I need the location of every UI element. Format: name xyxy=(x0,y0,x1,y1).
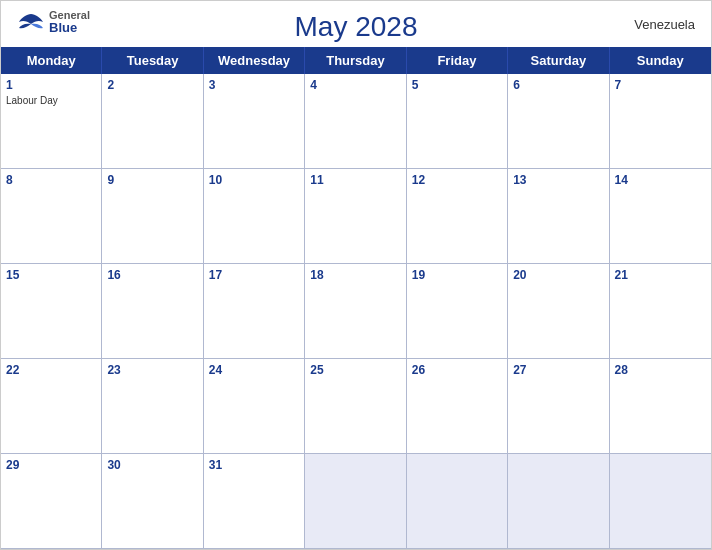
day-cell: 3 xyxy=(204,74,305,169)
day-cell: 11 xyxy=(305,169,406,264)
logo-blue-text: Blue xyxy=(49,21,90,35)
day-number: 17 xyxy=(209,267,299,284)
day-cell: 14 xyxy=(610,169,711,264)
day-cell: 6 xyxy=(508,74,609,169)
day-number: 19 xyxy=(412,267,502,284)
day-number: 31 xyxy=(209,457,299,474)
logo: General Blue xyxy=(17,9,90,35)
day-cell: 16 xyxy=(102,264,203,359)
day-header-sunday: Sunday xyxy=(610,47,711,74)
day-cell: 23 xyxy=(102,359,203,454)
logo-bird-icon xyxy=(17,12,45,32)
day-cell: 19 xyxy=(407,264,508,359)
day-cell: 31 xyxy=(204,454,305,549)
day-number: 6 xyxy=(513,77,603,94)
month-title: May 2028 xyxy=(295,11,418,43)
day-number: 15 xyxy=(6,267,96,284)
day-number: 23 xyxy=(107,362,197,379)
day-number: 20 xyxy=(513,267,603,284)
day-header-tuesday: Tuesday xyxy=(102,47,203,74)
day-cell: 8 xyxy=(1,169,102,264)
day-header-wednesday: Wednesday xyxy=(204,47,305,74)
day-number: 16 xyxy=(107,267,197,284)
day-cell: 12 xyxy=(407,169,508,264)
calendar-grid: 1Labour Day23456789101112131415161718192… xyxy=(1,74,711,549)
day-number: 8 xyxy=(6,172,96,189)
day-cell: 30 xyxy=(102,454,203,549)
day-cell: 18 xyxy=(305,264,406,359)
day-number: 3 xyxy=(209,77,299,94)
day-headers-row: MondayTuesdayWednesdayThursdayFridaySatu… xyxy=(1,47,711,74)
day-number: 30 xyxy=(107,457,197,474)
day-number: 5 xyxy=(412,77,502,94)
day-number: 22 xyxy=(6,362,96,379)
day-number: 11 xyxy=(310,172,400,189)
day-number: 1 xyxy=(6,77,96,94)
day-cell xyxy=(305,454,406,549)
day-cell: 26 xyxy=(407,359,508,454)
day-number: 4 xyxy=(310,77,400,94)
day-cell xyxy=(508,454,609,549)
day-number: 2 xyxy=(107,77,197,94)
day-number: 13 xyxy=(513,172,603,189)
day-number: 18 xyxy=(310,267,400,284)
day-cell: 13 xyxy=(508,169,609,264)
calendar: General Blue May 2028 Venezuela MondayTu… xyxy=(0,0,712,550)
day-number: 7 xyxy=(615,77,706,94)
day-cell: 9 xyxy=(102,169,203,264)
day-cell: 29 xyxy=(1,454,102,549)
day-cell: 22 xyxy=(1,359,102,454)
calendar-header: General Blue May 2028 Venezuela xyxy=(1,1,711,47)
day-number: 26 xyxy=(412,362,502,379)
day-event: Labour Day xyxy=(6,95,96,106)
day-number: 14 xyxy=(615,172,706,189)
day-cell: 24 xyxy=(204,359,305,454)
day-cell: 28 xyxy=(610,359,711,454)
day-header-monday: Monday xyxy=(1,47,102,74)
day-number: 24 xyxy=(209,362,299,379)
day-cell: 15 xyxy=(1,264,102,359)
day-cell: 1Labour Day xyxy=(1,74,102,169)
day-number: 25 xyxy=(310,362,400,379)
day-cell: 25 xyxy=(305,359,406,454)
day-cell: 27 xyxy=(508,359,609,454)
day-cell: 21 xyxy=(610,264,711,359)
day-number: 9 xyxy=(107,172,197,189)
day-cell: 2 xyxy=(102,74,203,169)
day-header-thursday: Thursday xyxy=(305,47,406,74)
day-cell: 4 xyxy=(305,74,406,169)
day-cell: 7 xyxy=(610,74,711,169)
day-cell xyxy=(610,454,711,549)
day-number: 27 xyxy=(513,362,603,379)
day-number: 12 xyxy=(412,172,502,189)
day-number: 28 xyxy=(615,362,706,379)
day-header-friday: Friday xyxy=(407,47,508,74)
day-cell: 17 xyxy=(204,264,305,359)
day-cell xyxy=(407,454,508,549)
day-header-saturday: Saturday xyxy=(508,47,609,74)
day-number: 10 xyxy=(209,172,299,189)
day-number: 29 xyxy=(6,457,96,474)
day-number: 21 xyxy=(615,267,706,284)
day-cell: 5 xyxy=(407,74,508,169)
country-label: Venezuela xyxy=(634,17,695,32)
day-cell: 20 xyxy=(508,264,609,359)
day-cell: 10 xyxy=(204,169,305,264)
